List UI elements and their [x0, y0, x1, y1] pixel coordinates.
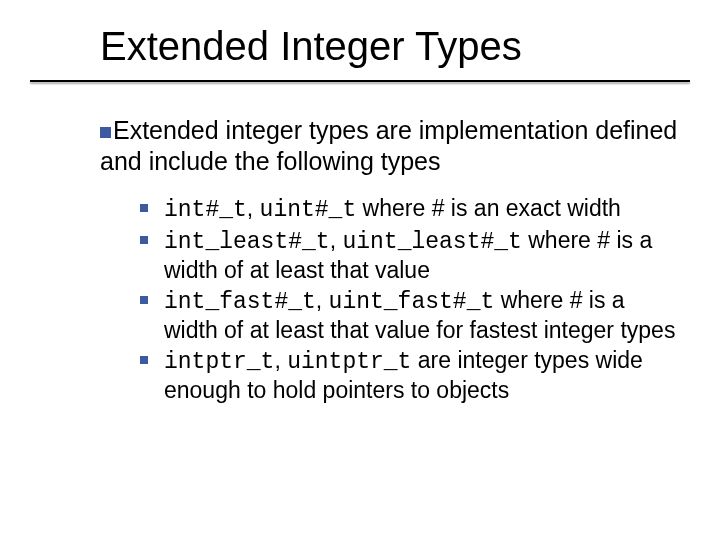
- body-text: Extended integer types are implementatio…: [100, 115, 680, 404]
- code-text: int_fast#_t: [164, 289, 316, 315]
- sub-bullet-list: int#_t, uint#_t where # is an exact widt…: [140, 194, 680, 404]
- code-text: int_least#_t: [164, 229, 330, 255]
- separator: ,: [330, 227, 343, 253]
- slide-title: Extended Integer Types: [100, 24, 680, 69]
- separator: ,: [274, 347, 287, 373]
- code-text: int#_t: [164, 197, 247, 223]
- code-text: intptr_t: [164, 349, 274, 375]
- list-item: intptr_t, uintptr_t are integer types wi…: [140, 346, 680, 404]
- desc-text: where # is an exact width: [356, 195, 621, 221]
- code-text: uintptr_t: [287, 349, 411, 375]
- intro-text: Extended integer types are implementatio…: [100, 116, 677, 175]
- separator: ,: [247, 195, 260, 221]
- square-bullet-icon: [100, 127, 111, 138]
- list-item: int_fast#_t, uint_fast#_t where # is a w…: [140, 286, 680, 344]
- list-item: int_least#_t, uint_least#_t where # is a…: [140, 226, 680, 284]
- intro-bullet: Extended integer types are implementatio…: [100, 115, 680, 176]
- code-text: uint_least#_t: [342, 229, 521, 255]
- title-underline: [30, 80, 690, 82]
- code-text: uint#_t: [260, 197, 357, 223]
- list-item: int#_t, uint#_t where # is an exact widt…: [140, 194, 680, 224]
- code-text: uint_fast#_t: [329, 289, 495, 315]
- separator: ,: [316, 287, 329, 313]
- slide: Extended Integer Types Extended integer …: [0, 0, 720, 540]
